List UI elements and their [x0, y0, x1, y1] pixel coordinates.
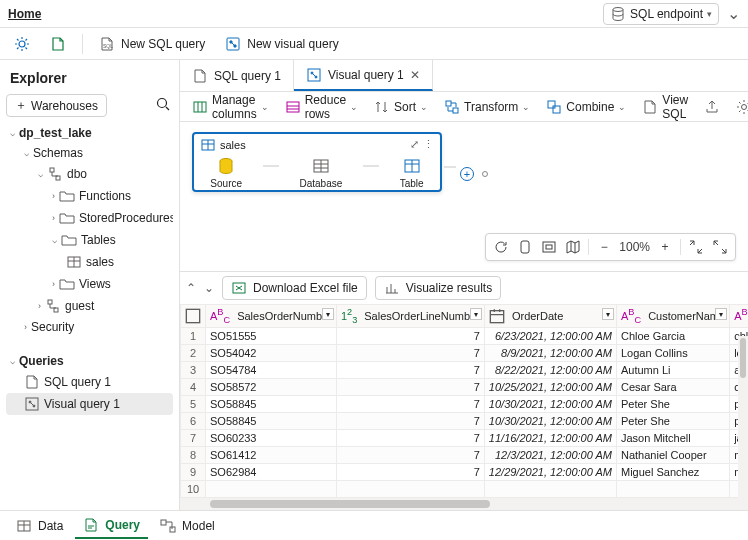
minimap-button[interactable] — [562, 236, 584, 258]
horizontal-scrollbar[interactable] — [180, 498, 748, 510]
table-row[interactable]: 1SO5155576/23/2021, 12:00:00 AMChloe Gar… — [181, 328, 749, 345]
tree-node-root[interactable]: ⌵dp_test_lake — [6, 123, 173, 143]
column-header-orderdate[interactable]: OrderDate▾ — [484, 305, 616, 328]
settings-button[interactable] — [730, 97, 748, 117]
share-button[interactable] — [698, 97, 726, 117]
table-row[interactable]: 9SO62984712/29/2021, 12:00:00 AMMiguel S… — [181, 464, 749, 481]
table-icon — [16, 518, 32, 534]
download-excel-button[interactable]: Download Excel file — [222, 276, 367, 300]
table-corner-icon — [185, 308, 201, 324]
flow-node-source[interactable]: Source — [210, 156, 242, 189]
table-row[interactable]: 3SO5478478/22/2021, 12:00:00 AMAutumn Li… — [181, 362, 749, 379]
tab-sql-query-1[interactable]: SQL query 1 — [180, 60, 294, 91]
transform-icon — [444, 99, 460, 115]
table-row[interactable]: 10 — [181, 481, 749, 498]
column-header-salesorderlinenumber[interactable]: 123 SalesOrderLineNumber▾ — [336, 305, 484, 328]
filter-dropdown[interactable]: ▾ — [470, 308, 482, 320]
new-sql-query-button[interactable]: SQL New SQL query — [91, 32, 213, 56]
visualize-results-button[interactable]: Visualize results — [375, 276, 501, 300]
zoom-out-button[interactable]: − — [593, 236, 615, 258]
plus-icon: + — [460, 167, 474, 181]
combine-button[interactable]: Combine⌄ — [540, 97, 632, 117]
new-visual-query-button[interactable]: New visual query — [217, 32, 346, 56]
pan-button[interactable] — [514, 236, 536, 258]
flow-card-sales[interactable]: sales ⤢ ⋮ Source Database — [192, 132, 442, 192]
get-data-button[interactable] — [42, 32, 74, 56]
view-sql-button[interactable]: View SQL — [636, 91, 694, 123]
tab-label: SQL query 1 — [214, 69, 281, 83]
tree-node-sprocs[interactable]: › StoredProcedures — [6, 207, 173, 229]
tree-node-guest[interactable]: › guest — [6, 295, 173, 317]
new-visual-query-label: New visual query — [247, 37, 338, 51]
tree-node-sales[interactable]: sales — [6, 251, 173, 273]
warehouses-button[interactable]: ＋ Warehouses — [6, 94, 107, 117]
column-header-customername[interactable]: ABC CustomerName▾ — [616, 305, 729, 328]
endpoint-switcher[interactable]: SQL endpoint ▾ — [603, 3, 719, 25]
tree-node-views[interactable]: › Views — [6, 273, 173, 295]
sort-icon — [374, 99, 390, 115]
expand-icon[interactable]: ⤢ — [410, 138, 419, 151]
divider — [82, 34, 83, 54]
table-row[interactable]: 2SO5404278/9/2021, 12:00:00 AMLogan Coll… — [181, 345, 749, 362]
refresh-button[interactable] — [6, 32, 38, 56]
flow-node-table[interactable]: Table — [400, 156, 424, 189]
search-icon — [155, 96, 171, 112]
tree-node-dbo[interactable]: ⌵ dbo — [6, 163, 173, 185]
flow-line — [363, 165, 379, 181]
svg-point-0 — [613, 7, 623, 11]
refresh-view-button[interactable] — [490, 236, 512, 258]
zoom-in-button[interactable]: + — [654, 236, 676, 258]
database-table-icon — [311, 156, 331, 176]
footer-tab-model[interactable]: Model — [152, 514, 223, 538]
flow-add-step[interactable]: + — [444, 166, 488, 182]
collapse-up-button[interactable]: ⌃ — [186, 281, 196, 295]
excel-icon — [231, 280, 247, 296]
table-row[interactable]: 4SO58572710/25/2021, 12:00:00 AMCesar Sa… — [181, 379, 749, 396]
tree-node-queries[interactable]: ⌵Queries — [6, 351, 173, 371]
column-header-emailaddress[interactable]: ABC EmailAddress — [730, 305, 748, 328]
sort-button[interactable]: Sort⌄ — [368, 97, 434, 117]
tab-visual-query-1[interactable]: Visual query 1 ✕ — [294, 60, 433, 91]
tree-query-visual1[interactable]: Visual query 1 — [6, 393, 173, 415]
tree-node-tables[interactable]: ⌵ Tables — [6, 229, 173, 251]
fit-icon — [541, 239, 557, 255]
expand-down-button[interactable]: ⌄ — [204, 281, 214, 295]
filter-dropdown[interactable]: ▾ — [322, 308, 334, 320]
home-tab[interactable]: Home — [8, 7, 41, 21]
tree-query-sql1[interactable]: SQL query 1 — [6, 371, 173, 393]
reduce-rows-button[interactable]: Reduce rows⌄ — [279, 91, 364, 123]
table-row[interactable]: 6SO58845710/30/2021, 12:00:00 AMPeter Sh… — [181, 413, 749, 430]
flow-node-database[interactable]: Database — [299, 156, 342, 189]
svg-rect-21 — [453, 108, 458, 113]
tree-node-schemas[interactable]: ⌵Schemas — [6, 143, 173, 163]
chevron-down-icon[interactable]: ⌄ — [727, 4, 740, 23]
gear-refresh-icon — [14, 36, 30, 52]
close-icon[interactable]: ✕ — [410, 68, 420, 82]
filter-dropdown[interactable]: ▾ — [715, 308, 727, 320]
fullscreen-button[interactable] — [709, 236, 731, 258]
transform-button[interactable]: Transform⌄ — [438, 97, 536, 117]
filter-dropdown[interactable]: ▾ — [602, 308, 614, 320]
gear-icon — [736, 99, 748, 115]
footer-tab-query[interactable]: Query — [75, 513, 148, 539]
search-button[interactable] — [153, 94, 173, 117]
new-sql-query-label: New SQL query — [121, 37, 205, 51]
column-header-salesordernumber[interactable]: ABC SalesOrderNumber▾ — [206, 305, 337, 328]
tree-node-functions[interactable]: › Functions — [6, 185, 173, 207]
table-row[interactable]: 7SO60233711/16/2021, 12:00:00 AMJason Mi… — [181, 430, 749, 447]
manage-columns-button[interactable]: Manage columns⌄ — [186, 91, 275, 123]
svg-rect-10 — [48, 300, 52, 304]
row-number-header[interactable] — [181, 305, 206, 328]
footer-tab-data[interactable]: Data — [8, 514, 71, 538]
table-icon — [402, 156, 422, 176]
more-icon[interactable]: ⋮ — [423, 138, 434, 151]
collapse-button[interactable] — [685, 236, 707, 258]
svg-point-4 — [230, 40, 232, 42]
tree-node-security[interactable]: ›Security — [6, 317, 173, 337]
vertical-scrollbar[interactable] — [738, 336, 748, 498]
share-icon — [704, 99, 720, 115]
svg-point-5 — [234, 44, 236, 46]
fit-button[interactable] — [538, 236, 560, 258]
table-row[interactable]: 8SO61412712/3/2021, 12:00:00 AMNathaniel… — [181, 447, 749, 464]
table-row[interactable]: 5SO58845710/30/2021, 12:00:00 AMPeter Sh… — [181, 396, 749, 413]
